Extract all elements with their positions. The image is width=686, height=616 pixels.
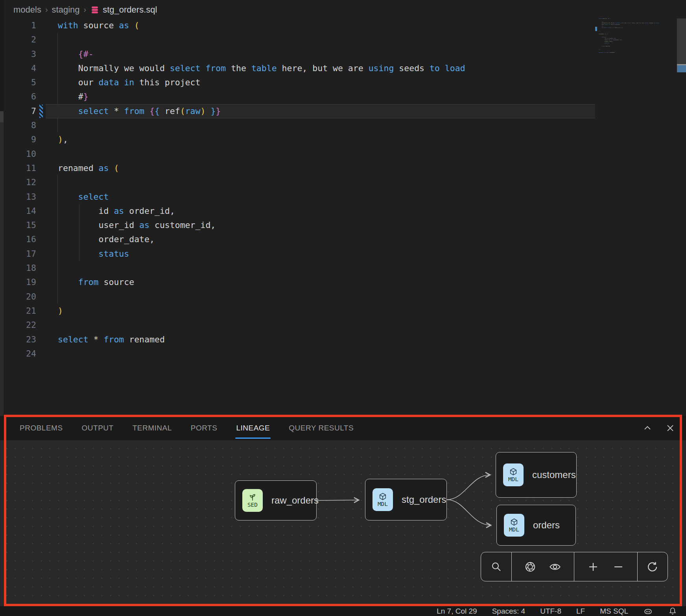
code-line-9[interactable]: 9), [0, 132, 686, 147]
cube-icon [509, 467, 518, 476]
code-line-12[interactable]: 12 [0, 175, 686, 189]
line-number: 23 [0, 333, 36, 347]
chevron-up-icon[interactable] [643, 423, 652, 433]
refresh-icon [646, 561, 659, 573]
cursor-position[interactable]: Ln 7, Col 29 [437, 607, 477, 616]
code-line-5[interactable]: 5 our data in this project [0, 75, 686, 90]
seedling-icon [248, 493, 257, 502]
minimap-code: with source as ( {#- Normally we would s… [599, 18, 669, 55]
code-line-1[interactable]: 1with source as ( [0, 18, 686, 33]
code-line-24[interactable]: 24 [0, 347, 686, 361]
node-label: customers [532, 469, 576, 480]
lineage-toolbar [481, 552, 668, 581]
indent-guide [57, 261, 58, 275]
encoding[interactable]: UTF-8 [540, 607, 561, 616]
tab-terminal[interactable]: TERMINAL [133, 416, 172, 440]
tab-problems-label: PROBLEMS [20, 424, 63, 432]
line-number: 3 [0, 47, 36, 61]
language-mode[interactable]: MS SQL [600, 607, 628, 616]
scrollbar-thumb[interactable] [677, 65, 686, 72]
code-line-11[interactable]: 11renamed as ( [0, 161, 686, 175]
model-badge-label: MDL [509, 526, 519, 533]
code-line-20[interactable]: 20 [0, 290, 686, 304]
line-number: 5 [0, 75, 36, 90]
lineage-node-raw-orders[interactable]: SED raw_orders [235, 480, 317, 520]
line-number: 24 [0, 347, 36, 361]
line-number: 18 [0, 261, 36, 275]
code-line-2[interactable]: 2 [0, 33, 686, 47]
eol-sequence[interactable]: LF [576, 607, 585, 616]
code-line-4[interactable]: 4 Normally we would select from the tabl… [0, 61, 686, 75]
aperture-button[interactable] [524, 561, 536, 573]
search-button[interactable] [491, 561, 502, 573]
notifications-bell-icon[interactable] [668, 607, 677, 616]
model-badge-label: MDL [508, 476, 518, 482]
code-editor[interactable]: 1with source as (23 {#-4 Normally we wou… [0, 18, 686, 361]
database-icon [90, 5, 100, 15]
code-text: Normally we would select from the table … [58, 61, 465, 75]
refresh-button[interactable] [646, 561, 659, 573]
lineage-node-orders[interactable]: MDL orders [496, 505, 576, 546]
line-number: 7 [0, 104, 36, 118]
breadcrumb-file[interactable]: stg_orders.sql [90, 5, 157, 15]
lineage-node-stg-orders[interactable]: MDL stg_orders [365, 479, 447, 520]
code-line-15[interactable]: 15 user_id as customer_id, [0, 218, 686, 232]
breadcrumb-item-staging[interactable]: staging [52, 5, 80, 15]
code-line-23[interactable]: 23select * from renamed [0, 333, 686, 347]
tab-output-label: OUTPUT [82, 424, 114, 432]
lineage-node-customers[interactable]: MDL customers [496, 452, 577, 498]
indent-guide [57, 290, 58, 304]
code-text: select [58, 190, 109, 204]
code-text: status [58, 247, 129, 261]
code-line-22[interactable]: 22 [0, 318, 686, 332]
tab-ports[interactable]: PORTS [191, 416, 218, 440]
code-text: our data in this project [58, 75, 200, 90]
code-text: id as order_id, [58, 204, 175, 218]
code-line-16[interactable]: 16 order_date, [0, 232, 686, 246]
model-chip: MDL [373, 488, 393, 511]
tab-output[interactable]: OUTPUT [82, 416, 114, 440]
tab-lineage[interactable]: LINEAGE [236, 416, 270, 440]
tab-terminal-label: TERMINAL [133, 424, 172, 432]
eye-icon [549, 561, 561, 573]
scrollbar-track[interactable] [677, 18, 686, 64]
minimap-modified-marker [595, 27, 597, 31]
code-line-3[interactable]: 3 {#- [0, 47, 686, 61]
chevron-right-icon: › [45, 5, 48, 14]
line-number: 4 [0, 61, 36, 75]
line-number: 1 [0, 18, 36, 33]
tab-lineage-label: LINEAGE [236, 424, 270, 432]
code-text: ) [58, 304, 63, 318]
breadcrumb-item-models[interactable]: models [13, 5, 41, 15]
code-line-8[interactable]: 8 [0, 118, 686, 132]
line-number: 12 [0, 175, 36, 189]
tab-query-results[interactable]: QUERY RESULTS [289, 416, 354, 440]
code-line-7[interactable]: 7 select * from {{ ref(raw) }} [0, 104, 686, 118]
code-line-13[interactable]: 13 select [0, 190, 686, 204]
close-icon[interactable] [666, 423, 675, 433]
indentation[interactable]: Spaces: 4 [492, 607, 526, 616]
code-line-14[interactable]: 14 id as order_id, [0, 204, 686, 218]
minimap[interactable]: with source as ( {#- Normally we would s… [599, 18, 669, 57]
zoom-out-button[interactable] [612, 561, 624, 573]
code-line-17[interactable]: 17 status [0, 247, 686, 261]
tab-query-results-label: QUERY RESULTS [289, 424, 354, 432]
code-line-6[interactable]: 6 #} [0, 90, 686, 104]
code-line-10[interactable]: 10 [0, 147, 686, 161]
tab-problems[interactable]: PROBLEMS [20, 416, 63, 440]
code-line-19[interactable]: 19 from source [0, 275, 686, 289]
aperture-icon [524, 561, 536, 573]
lineage-canvas[interactable]: SED raw_orders MDL stg_orders [0, 440, 686, 606]
visibility-button[interactable] [549, 561, 561, 573]
zoom-in-button[interactable] [587, 561, 599, 573]
panel-tab-bar: PROBLEMS OUTPUT TERMINAL PORTS LINEAGE Q… [0, 416, 686, 440]
cube-icon [510, 518, 518, 526]
modified-line-indicator [39, 105, 43, 118]
code-line-18[interactable]: 18 [0, 261, 686, 275]
code-line-21[interactable]: 21) [0, 304, 686, 318]
line-number: 2 [0, 33, 36, 47]
cube-icon [378, 492, 387, 501]
copilot-icon[interactable] [643, 606, 653, 616]
line-number: 15 [0, 218, 36, 232]
status-bar: Ln 7, Col 29 Spaces: 4 UTF-8 LF MS SQL [0, 606, 686, 616]
